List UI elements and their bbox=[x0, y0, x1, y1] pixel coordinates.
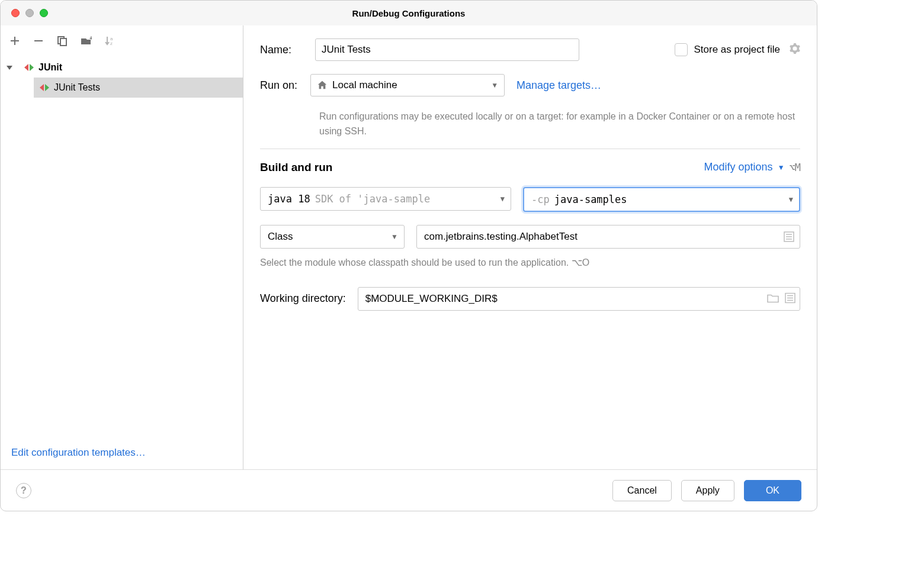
classpath-hint: Select the module whose classpath should… bbox=[260, 257, 800, 268]
list-icon[interactable] bbox=[785, 292, 795, 305]
dialog-footer: ? Cancel Apply OK bbox=[1, 469, 817, 511]
sort-configurations-button[interactable]: az bbox=[104, 35, 116, 47]
test-kind-value: Class bbox=[268, 231, 293, 243]
chevron-down-icon: ▼ bbox=[778, 163, 785, 172]
titlebar: Run/Debug Configurations bbox=[1, 1, 817, 25]
maximize-window-button[interactable] bbox=[40, 9, 48, 17]
working-directory-label: Working directory: bbox=[260, 292, 346, 305]
list-icon[interactable] bbox=[784, 231, 794, 242]
svg-rect-1 bbox=[60, 38, 66, 46]
modify-options-shortcut: ⌥M bbox=[790, 162, 800, 173]
run-on-label: Run on: bbox=[260, 79, 297, 92]
test-kind-select[interactable]: Class ▼ bbox=[260, 225, 405, 249]
help-button[interactable]: ? bbox=[16, 483, 31, 498]
sidebar-toolbar: + az bbox=[1, 25, 243, 57]
working-directory-input[interactable] bbox=[358, 287, 800, 311]
copy-configuration-button[interactable] bbox=[56, 35, 68, 47]
chevron-down-icon: ▼ bbox=[789, 195, 793, 204]
run-on-value: Local machine bbox=[332, 79, 397, 91]
tree-node-label: JUnit bbox=[38, 62, 62, 73]
chevron-down-icon: ▼ bbox=[491, 81, 498, 89]
run-debug-configurations-dialog: Run/Debug Configurations + az bbox=[0, 0, 817, 511]
gear-icon[interactable] bbox=[790, 43, 800, 57]
run-on-hint: Run configurations may be executed local… bbox=[319, 109, 800, 139]
ok-button[interactable]: OK bbox=[744, 480, 801, 501]
jre-select[interactable]: java 18 SDK of 'java-sample ▼ bbox=[260, 187, 511, 211]
modify-options-link[interactable]: Modify options bbox=[704, 161, 773, 173]
store-as-project-file-checkbox[interactable] bbox=[675, 43, 688, 56]
name-label: Name: bbox=[260, 44, 291, 56]
configurations-sidebar: + az JUnit JUnit Tests bbox=[1, 25, 243, 469]
build-and-run-heading: Build and run bbox=[260, 161, 332, 174]
run-on-select[interactable]: Local machine ▼ bbox=[310, 74, 505, 96]
tree-node-junit-tests[interactable]: JUnit Tests bbox=[34, 78, 243, 98]
chevron-down-icon: ▼ bbox=[391, 233, 398, 241]
configuration-editor: Name: Store as project file Run on: Loca… bbox=[243, 25, 817, 469]
save-configuration-button[interactable]: + bbox=[80, 35, 92, 47]
home-icon bbox=[317, 80, 328, 91]
cp-value: java-samples bbox=[554, 194, 627, 205]
svg-text:z: z bbox=[110, 41, 113, 46]
class-input[interactable] bbox=[416, 225, 800, 249]
expand-arrow-icon bbox=[7, 66, 12, 70]
add-configuration-button[interactable] bbox=[9, 35, 21, 47]
remove-configuration-button[interactable] bbox=[33, 35, 44, 47]
tree-node-junit[interactable]: JUnit bbox=[1, 57, 243, 78]
close-window-button[interactable] bbox=[11, 9, 20, 17]
cp-flag: -cp bbox=[531, 194, 550, 205]
minimize-window-button[interactable] bbox=[25, 9, 34, 17]
window-controls bbox=[1, 9, 48, 17]
chevron-down-icon: ▼ bbox=[500, 195, 505, 203]
edit-templates-link[interactable]: Edit configuration templates… bbox=[11, 447, 146, 458]
apply-button[interactable]: Apply bbox=[681, 480, 734, 501]
name-input[interactable] bbox=[315, 38, 579, 61]
svg-text:+: + bbox=[89, 35, 92, 41]
dialog-title: Run/Debug Configurations bbox=[1, 8, 817, 18]
configurations-tree[interactable]: JUnit JUnit Tests bbox=[1, 57, 243, 440]
tree-node-label: JUnit Tests bbox=[54, 82, 100, 93]
junit-icon bbox=[40, 83, 49, 92]
jre-description: SDK of 'java-sample bbox=[315, 193, 430, 205]
store-as-project-file-label: Store as project file bbox=[694, 44, 780, 56]
jre-value: java 18 bbox=[268, 193, 310, 205]
classpath-select[interactable]: -cp java-samples ▼ bbox=[523, 187, 800, 212]
cancel-button[interactable]: Cancel bbox=[612, 480, 672, 501]
folder-icon[interactable] bbox=[767, 292, 779, 305]
manage-targets-link[interactable]: Manage targets… bbox=[516, 79, 601, 92]
junit-icon bbox=[24, 63, 34, 72]
divider bbox=[260, 149, 800, 149]
